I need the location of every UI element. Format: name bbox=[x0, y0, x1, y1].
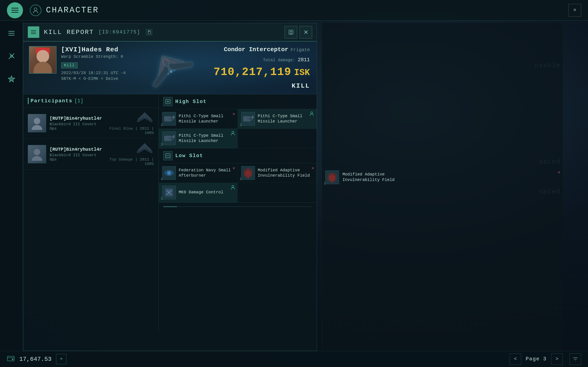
kr-body: Participants [1] [RUTP]Bin4 bbox=[23, 94, 317, 332]
prev-page-button[interactable]: < bbox=[510, 353, 521, 365]
low-slot-name-3: MK9 Damage Control bbox=[179, 190, 234, 195]
participant-info-2: [RUTP]Bin4ryhustl4r Blackbird III Covert… bbox=[50, 147, 102, 162]
slot-item-status-2 bbox=[309, 111, 314, 117]
bottom-bar: 17,647.53 + < Page 3 > bbox=[0, 351, 588, 367]
section-border bbox=[28, 98, 29, 104]
kill-datetime: 2022/03/28 18:22:31 UTC -4 bbox=[61, 71, 126, 75]
kr-close-button[interactable] bbox=[300, 26, 312, 39]
svg-point-0 bbox=[34, 8, 37, 10]
participants-count: [1] bbox=[74, 98, 83, 104]
low-slot-icon-1 bbox=[162, 166, 176, 180]
kr-header: KILL REPORT [ID:6941775] bbox=[23, 23, 317, 42]
low-slot-status-2: ✕ bbox=[311, 165, 314, 171]
svg-point-16 bbox=[34, 118, 40, 124]
kr-hero: [XVI]Hades Red Warp Scramble Strength: 0… bbox=[23, 42, 317, 94]
participant-name-2: [RUTP]Bin4ryhustl4r bbox=[50, 147, 102, 152]
participant-item-2[interactable]: [RUTP]Bin4ryhustl4r Blackbird III Covert… bbox=[23, 139, 158, 170]
isk-value: 710,217,119 bbox=[214, 66, 292, 78]
svg-point-42 bbox=[232, 185, 234, 187]
slot-item-qty-3: 1 bbox=[161, 142, 163, 147]
final-blow-separator: | bbox=[135, 126, 140, 131]
svg-point-33 bbox=[168, 172, 170, 174]
ship-type: Frigate bbox=[291, 47, 310, 52]
slot-item-icon-1 bbox=[162, 112, 176, 126]
high-slot-item-2[interactable]: Pithi C-Type Small Missile Launcher 1 bbox=[238, 109, 317, 129]
svg-rect-37 bbox=[166, 190, 169, 192]
kr-menu-button[interactable] bbox=[28, 26, 39, 38]
slot-item-qty-2: 1 bbox=[240, 123, 242, 127]
sidebar-item-menu[interactable] bbox=[3, 25, 19, 41]
svg-marker-7 bbox=[8, 76, 15, 82]
kr-participants: Participants [1] [RUTP]Bin4 bbox=[23, 94, 159, 332]
copy-icon[interactable] bbox=[146, 29, 152, 35]
slot-item-status-1: ✕ bbox=[233, 111, 235, 117]
slot-item-status-3 bbox=[230, 131, 235, 137]
kr-actions bbox=[285, 26, 312, 39]
more-slots-indicator bbox=[159, 202, 317, 211]
main-panel: nsable sated sated KILL REPORT [ID:69417… bbox=[23, 23, 563, 351]
low-slot-icon-3 bbox=[162, 186, 176, 199]
character-icon bbox=[30, 5, 41, 16]
wallet-icon bbox=[7, 354, 15, 364]
add-button[interactable]: + bbox=[56, 354, 66, 364]
wallet-balance: 17,647.53 bbox=[19, 356, 52, 363]
low-slot-icon-2 bbox=[241, 166, 255, 180]
pilot-name: [XVI]Hades Red bbox=[61, 46, 126, 53]
svg-point-28 bbox=[166, 137, 168, 140]
low-slot-status-1: ✕ bbox=[233, 165, 235, 171]
rp-item-status: ✕ bbox=[558, 169, 561, 175]
svg-point-45 bbox=[12, 359, 13, 360]
slot-item-icon-2 bbox=[241, 112, 255, 126]
high-slot-header: High Slot bbox=[159, 94, 317, 109]
next-page-button[interactable]: > bbox=[551, 353, 563, 365]
participant-stats-2: Top Damage | 2811 | 100% bbox=[105, 142, 154, 166]
rp-item-name: Modified AdaptiveInvulnerability Field bbox=[342, 172, 559, 183]
high-slot-item-3[interactable]: Pithi C-Type Small Missile Launcher 1 bbox=[159, 129, 238, 148]
low-slot-name-1: Federation Navy Small Afterburner bbox=[179, 168, 234, 178]
low-slot-item-2[interactable]: Modified Adaptive Invulnerability Field … bbox=[238, 163, 317, 183]
low-slot-grid: Federation Navy Small Afterburner 1 ✕ bbox=[159, 163, 317, 202]
pagination: < Page 3 > bbox=[510, 353, 581, 365]
kr-stats: Condor Interceptor Frigate Total damage:… bbox=[207, 42, 317, 94]
slot-item-icon-3 bbox=[162, 131, 176, 145]
low-slot-title: Low Slot bbox=[175, 153, 203, 159]
top-close-button[interactable]: × bbox=[569, 4, 581, 17]
svg-rect-8 bbox=[148, 31, 150, 34]
kr-export-button[interactable] bbox=[285, 26, 297, 39]
low-slot-status-3 bbox=[230, 185, 235, 191]
top-bar: CHARACTER × bbox=[0, 0, 588, 21]
filter-button[interactable] bbox=[570, 353, 581, 365]
isk-label: ISK bbox=[294, 68, 310, 77]
svg-rect-38 bbox=[170, 190, 172, 192]
participant-info: [RUTP]Bin4ryhustl4r Blackbird III Covert… bbox=[50, 116, 102, 131]
participant-ship: Blackbird III Covert Ops bbox=[50, 122, 102, 131]
pilot-warp: Warp Scramble Strength: 0 bbox=[61, 54, 126, 59]
kill-report-window: KILL REPORT [ID:6941775] bbox=[23, 23, 317, 351]
kr-pilot-info: [XVI]Hades Red Warp Scramble Strength: 0… bbox=[61, 46, 126, 81]
sidebar-item-combat[interactable] bbox=[3, 48, 19, 64]
top-menu-button[interactable] bbox=[7, 2, 23, 18]
high-slot-item-1[interactable]: Pithi C-Type Small Missile Launcher 1 ✕ bbox=[159, 109, 238, 129]
left-sidebar bbox=[0, 21, 23, 367]
svg-point-35 bbox=[246, 172, 250, 175]
page-label: Page 3 bbox=[526, 356, 547, 362]
svg-point-21 bbox=[166, 118, 168, 120]
low-slot-item-3[interactable]: MK9 Damage Control 1 bbox=[159, 183, 238, 202]
slot-item-name-1: Pithi C-Type Small Missile Launcher bbox=[179, 114, 234, 124]
svg-point-43 bbox=[330, 176, 334, 180]
high-slot-grid: Pithi C-Type Small Missile Launcher 1 ✕ bbox=[159, 109, 317, 148]
rp-low-slot-item: Modified AdaptiveInvulnerability Field 1… bbox=[322, 167, 563, 187]
rp-item-qty: 1 bbox=[324, 181, 326, 186]
participants-title: Participants bbox=[31, 98, 72, 104]
participant-stats-text: Final Blow | 2811 | 100% bbox=[105, 126, 154, 135]
svg-rect-44 bbox=[7, 356, 14, 361]
damage-label: Total damage: 2811 bbox=[214, 57, 310, 63]
participant-item[interactable]: [RUTP]Bin4ryhustl4r Blackbird III Covert… bbox=[23, 108, 158, 139]
low-slot-qty-2: 1 bbox=[240, 177, 242, 181]
sidebar-item-star[interactable] bbox=[3, 71, 19, 87]
participant-avatar bbox=[28, 114, 46, 132]
pilot-avatar bbox=[29, 46, 57, 74]
app-title: CHARACTER bbox=[46, 6, 99, 15]
low-slot-item-1[interactable]: Federation Navy Small Afterburner 1 ✕ bbox=[159, 163, 238, 183]
kill-result: Kill bbox=[214, 82, 310, 90]
